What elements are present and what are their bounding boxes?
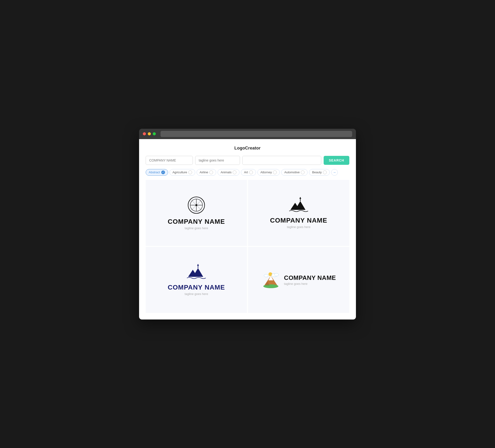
filter-agriculture-label: Agriculture xyxy=(173,170,187,174)
filter-art-check xyxy=(249,170,253,174)
logo4-text-block: COMPANY NAME tagline goes here xyxy=(284,274,336,286)
svg-point-17 xyxy=(274,273,279,276)
logo4-company-name: COMPANY NAME xyxy=(284,274,336,281)
logo-card-3[interactable]: COMPANY NAME tagline goes here xyxy=(146,247,247,313)
maximize-button[interactable] xyxy=(153,132,156,135)
filter-airline[interactable]: Airline xyxy=(197,169,216,176)
logo1-company-name: COMPANY NAME xyxy=(168,218,225,225)
minimize-button[interactable] xyxy=(148,132,151,135)
svg-marker-14 xyxy=(197,264,199,266)
app-title: LogoCreator xyxy=(146,146,349,151)
filter-animals[interactable]: Animals xyxy=(218,169,239,176)
company-name-input[interactable] xyxy=(146,156,193,165)
filter-beauty-check xyxy=(323,170,327,174)
logo-grid: COMPANY NAME tagline goes here COMPANY N… xyxy=(146,180,349,313)
svg-point-6 xyxy=(195,204,197,206)
logo1-tagline: tagline goes here xyxy=(185,226,208,230)
logo2-company-name: COMPANY NAME xyxy=(270,217,327,224)
filter-beauty[interactable]: Beauty xyxy=(309,169,330,176)
filter-automotive-label: Automotive xyxy=(284,170,300,174)
filter-animals-check xyxy=(233,170,236,174)
logo3-company-name: COMPANY NAME xyxy=(168,284,225,291)
filter-art-label: Art xyxy=(244,170,248,174)
filter-airline-label: Airline xyxy=(200,170,208,174)
filter-abstract[interactable]: Abstract ✓ xyxy=(146,169,168,176)
filter-next-button[interactable]: → xyxy=(331,169,338,176)
filter-attorney-label: Attorney xyxy=(261,170,272,174)
tagline-input[interactable] xyxy=(195,156,240,165)
filter-abstract-label: Abstract xyxy=(149,170,160,174)
search-button[interactable]: SEARCH xyxy=(324,156,349,165)
logo-card-4[interactable]: COMPANY NAME tagline goes here xyxy=(248,247,349,313)
logo4-icon xyxy=(261,271,280,289)
keyword-input[interactable] xyxy=(242,156,321,165)
logo4-inline: COMPANY NAME tagline goes here xyxy=(261,271,336,289)
filter-art[interactable]: Art xyxy=(241,169,256,176)
search-bar: SEARCH xyxy=(146,156,349,165)
filter-beauty-label: Beauty xyxy=(312,170,321,174)
logo3-icon xyxy=(186,264,207,280)
logo1-icon xyxy=(187,196,206,215)
filter-agriculture[interactable]: Agriculture xyxy=(169,169,195,176)
filter-abstract-check: ✓ xyxy=(161,170,165,174)
filter-animals-label: Animals xyxy=(221,170,232,174)
filter-attorney[interactable]: Attorney xyxy=(257,169,280,176)
address-bar xyxy=(161,131,352,137)
svg-point-18 xyxy=(264,274,268,277)
logo-card-1[interactable]: COMPANY NAME tagline goes here xyxy=(146,180,247,246)
filter-automotive[interactable]: Automotive xyxy=(281,169,308,176)
browser-content: LogoCreator SEARCH Abstract ✓ Agricultur… xyxy=(139,139,356,320)
svg-marker-10 xyxy=(299,197,301,199)
filter-automotive-check xyxy=(301,170,304,174)
browser-window: LogoCreator SEARCH Abstract ✓ Agricultur… xyxy=(139,129,356,320)
filter-bar: Abstract ✓ Agriculture Airline Animals A… xyxy=(146,169,349,176)
logo2-icon xyxy=(288,197,309,213)
close-button[interactable] xyxy=(143,132,146,135)
browser-titlebar xyxy=(139,129,356,139)
logo2-tagline: tagline goes here xyxy=(287,225,310,229)
filter-airline-check xyxy=(209,170,213,174)
logo-card-2[interactable]: COMPANY NAME tagline goes here xyxy=(248,180,349,246)
logo3-tagline: tagline goes here xyxy=(185,292,208,296)
filter-attorney-check xyxy=(273,170,277,174)
filter-agriculture-check xyxy=(188,170,192,174)
logo4-tagline: tagline goes here xyxy=(284,282,336,286)
